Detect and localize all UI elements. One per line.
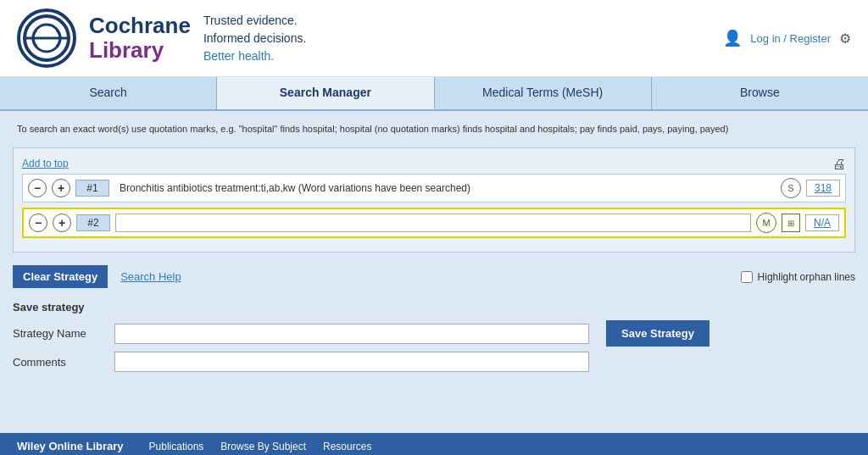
nav-tabs: Search Search Manager Medical Terms (MeS… xyxy=(0,77,868,111)
logo-area: Cochrane Library Trusted evidence. Infor… xyxy=(17,8,306,68)
footer-link-browse-by-subject[interactable]: Browse By Subject xyxy=(220,441,306,452)
row-1-result[interactable]: 318 xyxy=(806,180,840,197)
strategy-name-label: Strategy Name xyxy=(13,327,106,340)
tab-medical-terms[interactable]: Medical Terms (MeSH) xyxy=(435,77,652,109)
row-2-result[interactable]: N/A xyxy=(805,214,839,231)
highlight-area: Highlight orphan lines xyxy=(741,271,855,283)
user-icon: 👤 xyxy=(723,29,742,47)
actions-area: Clear Strategy Search Help Highlight orp… xyxy=(13,252,855,386)
brand-library: Library xyxy=(89,37,164,63)
header: Cochrane Library Trusted evidence. Infor… xyxy=(0,0,868,77)
row-1-query: Bronchitis antibiotics treatment:ti,ab,k… xyxy=(114,180,776,197)
footer-links: Publications Browse By Subject Resources xyxy=(149,441,372,452)
row-1-s-btn[interactable]: S xyxy=(781,178,801,198)
add-to-top: Add to top xyxy=(22,157,846,169)
brand-cochrane: Cochrane xyxy=(89,13,191,38)
footer: Wiley Online Library Publications Browse… xyxy=(0,433,868,455)
row-2-input[interactable] xyxy=(115,214,751,232)
comments-label: Comments xyxy=(13,356,106,369)
tab-browse[interactable]: Browse xyxy=(652,77,868,109)
brand-name: Cochrane Library xyxy=(89,14,191,62)
remove-row-2-btn[interactable]: − xyxy=(29,214,47,232)
actions-top: Clear Strategy Search Help Highlight orp… xyxy=(13,265,855,288)
login-link[interactable]: Log in / Register xyxy=(750,32,831,45)
save-strategy-title: Save strategy xyxy=(13,301,855,314)
search-help-link[interactable]: Search Help xyxy=(120,270,181,283)
remove-row-1-btn[interactable]: − xyxy=(28,179,47,197)
clear-strategy-button[interactable]: Clear Strategy xyxy=(13,265,108,288)
tagline: Trusted evidence. Informed decisions. Be… xyxy=(203,12,306,65)
add-row-2-btn[interactable]: + xyxy=(53,214,71,232)
footer-link-resources[interactable]: Resources xyxy=(323,441,371,452)
settings-icon[interactable]: ⚙ xyxy=(839,31,851,47)
row-2-m-btn[interactable]: M xyxy=(756,213,776,233)
save-strategy-button[interactable]: Save Strategy xyxy=(606,320,709,347)
header-right: 👤 Log in / Register ⚙ xyxy=(723,29,851,47)
comments-input[interactable] xyxy=(114,352,589,372)
highlight-checkbox[interactable] xyxy=(741,271,753,283)
cochrane-logo xyxy=(17,8,76,68)
footer-link-publications[interactable]: Publications xyxy=(149,441,204,452)
row-2-number: #2 xyxy=(76,214,110,231)
highlight-label: Highlight orphan lines xyxy=(758,271,855,283)
row-2-grid-btn[interactable]: ⊞ xyxy=(782,214,800,232)
row-1-number: #1 xyxy=(75,180,109,197)
add-to-top-link[interactable]: Add to top xyxy=(22,158,69,169)
search-area: Add to top 🖨 − + #1 Bronchitis antibioti… xyxy=(13,147,855,252)
actions-left: Clear Strategy Search Help xyxy=(13,265,181,288)
strategy-name-input[interactable] xyxy=(114,324,589,344)
main-content: To search an exact word(s) use quotation… xyxy=(0,111,868,433)
footer-brand: Wiley Online Library xyxy=(17,440,124,452)
hint-text: To search an exact word(s) use quotation… xyxy=(13,119,855,141)
strategy-name-row: Strategy Name Save Strategy xyxy=(13,320,855,347)
tab-search[interactable]: Search xyxy=(0,77,217,109)
print-icon[interactable]: 🖨 xyxy=(832,157,846,172)
add-row-1-btn[interactable]: + xyxy=(52,179,70,197)
comments-row: Comments xyxy=(13,352,855,372)
search-row-1: − + #1 Bronchitis antibiotics treatment:… xyxy=(22,174,846,203)
tab-search-manager[interactable]: Search Manager xyxy=(217,77,434,109)
save-strategy-section: Save strategy Strategy Name Save Strateg… xyxy=(13,301,855,372)
search-row-2: − + #2 M ⊞ N/A xyxy=(22,208,846,238)
